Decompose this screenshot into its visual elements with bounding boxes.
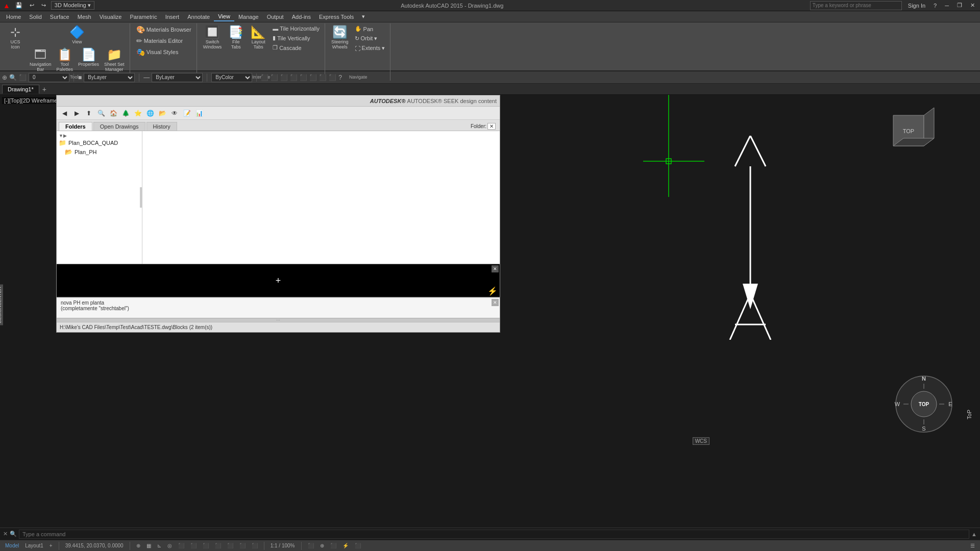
linetype-select[interactable]: ByLayer xyxy=(84,73,135,82)
menu-annotate[interactable]: Annotate xyxy=(183,13,214,21)
layout-tabs-button[interactable]: 📐 LayoutTabs xyxy=(248,24,268,51)
props-icon-6[interactable]: ⬛ xyxy=(280,74,288,81)
dc-tree-button[interactable]: 🌲 xyxy=(120,108,131,118)
menu-insert[interactable]: Insert xyxy=(161,13,184,21)
dc-favorites-button[interactable]: ⭐ xyxy=(132,108,143,118)
design-center-side-tab[interactable]: DESIGNCENTER xyxy=(0,285,3,325)
props-icon-12[interactable]: ? xyxy=(338,74,342,81)
workspace-settings[interactable]: ⊕ xyxy=(318,542,326,549)
dc-content-panel[interactable] xyxy=(142,131,500,264)
dc-forward-button[interactable]: ▶ xyxy=(71,108,82,118)
dc-back-button[interactable]: ◀ xyxy=(59,108,70,118)
menu-home[interactable]: Home xyxy=(2,13,25,21)
file-tabs-button[interactable]: 📑 FileTabs xyxy=(226,24,246,51)
drawing-tab-1[interactable]: Drawing1* xyxy=(2,85,39,94)
close-button[interactable]: ✕ xyxy=(968,2,977,9)
help-button[interactable]: ? xyxy=(932,2,939,9)
dc-load-button[interactable]: 📂 xyxy=(157,108,168,118)
menu-surface[interactable]: Surface xyxy=(46,13,74,21)
ortho-icon[interactable]: ⊾ xyxy=(155,542,163,549)
view-cube-button[interactable]: 🔷 View xyxy=(28,24,127,46)
menu-visualize[interactable]: Visualize xyxy=(95,13,126,21)
quick-access-redo[interactable]: ↪ xyxy=(39,2,48,9)
command-input[interactable] xyxy=(19,530,969,539)
annotation-scale[interactable]: ⬛ xyxy=(306,542,316,549)
menu-output[interactable]: Output xyxy=(263,13,288,21)
snap-mode-icon[interactable]: ⊕ xyxy=(134,542,142,549)
dc-up-button[interactable]: ⬆ xyxy=(83,108,94,118)
color-select[interactable]: ByColor xyxy=(211,73,252,82)
menu-addins[interactable]: Add-ins xyxy=(288,13,315,21)
steering-wheels-button[interactable]: 🔄 SteeringWheels xyxy=(329,24,351,51)
new-layout-tab[interactable]: + xyxy=(47,542,55,549)
dc-tree-expand-all[interactable]: ▶ xyxy=(63,133,67,138)
dc-preview-toggle[interactable]: 👁 xyxy=(169,108,180,118)
pan-button[interactable]: ✋ Pan xyxy=(353,24,387,33)
extents-button[interactable]: ⛶ Extents ▾ xyxy=(353,44,387,53)
menu-mesh[interactable]: Mesh xyxy=(74,13,95,21)
navigation-bar-button[interactable]: 🗔 NavigationBar xyxy=(28,47,54,73)
menu-express-tools[interactable]: Express Tools xyxy=(315,13,358,21)
grid-snap-icon[interactable]: ▦ xyxy=(144,542,153,549)
properties-button[interactable]: 📄 Properties xyxy=(76,47,101,73)
menu-manage[interactable]: Manage xyxy=(234,13,263,21)
dc-desc-toggle[interactable]: 📝 xyxy=(181,108,192,118)
layer-select[interactable]: 0 xyxy=(29,73,69,82)
dc-tab-history[interactable]: History xyxy=(146,122,177,131)
sheet-set-manager-button[interactable]: 📁 Sheet SetManager xyxy=(102,47,127,73)
dc-tree-item-boca-quad[interactable]: 📁 Plan_BOCA_QUAD xyxy=(57,138,142,147)
props-icon-4[interactable]: ⬛ xyxy=(261,74,268,81)
props-icon-8[interactable]: ⬛ xyxy=(300,74,307,81)
menu-parametric[interactable]: Parametric xyxy=(126,13,161,21)
props-icon-11[interactable]: ⬛ xyxy=(329,74,336,81)
materials-browser-button[interactable]: 🎨 Materials Browser xyxy=(134,24,193,35)
app-logo-icon[interactable]: ▲ xyxy=(3,2,10,10)
visual-styles-button[interactable]: 🎭 Visual Styles xyxy=(134,47,193,57)
quick-props-icon[interactable]: ⬛ xyxy=(250,542,260,549)
dc-tree-panel[interactable]: ▼ ▶ 📁 Plan_BOCA_QUAD 📂 Plan_PH xyxy=(57,131,142,264)
lineweight-select[interactable]: ByLayer xyxy=(152,73,203,82)
hardware-accel-icon[interactable]: ⚡ xyxy=(340,542,351,549)
dc-folder-label[interactable]: Folder: ✕ xyxy=(471,123,496,131)
dc-desc-close-button[interactable]: ✕ xyxy=(492,299,499,306)
scale-display[interactable]: 1:1 / 100% xyxy=(268,542,297,549)
quick-access-save[interactable]: 💾 xyxy=(13,2,24,9)
switch-windows-button[interactable]: 🔲 SwitchWindows xyxy=(201,24,224,51)
dc-network-button[interactable]: 🌐 xyxy=(144,108,156,118)
dc-tab-folders[interactable]: Folders xyxy=(59,122,92,131)
customize-icon[interactable]: ☰ xyxy=(968,542,977,549)
menu-view[interactable]: View xyxy=(214,12,234,21)
view-cube[interactable]: TOP xyxy=(878,105,939,166)
lock-icon[interactable]: ⬛ xyxy=(328,542,338,549)
tile-vertically-button[interactable]: ▮ Tile Vertically xyxy=(271,34,322,42)
cmd-expand-icon[interactable]: ▲ xyxy=(971,531,977,537)
dc-tab-open-drawings[interactable]: Open Drawings xyxy=(93,122,145,131)
tile-horizontally-button[interactable]: ▬ Tile Horizontally xyxy=(271,24,322,33)
dc-home-button[interactable]: 🏠 xyxy=(108,108,119,118)
layout1-tab[interactable]: Layout1 xyxy=(23,542,45,549)
compass-rose[interactable]: N S E W TOP xyxy=(893,373,954,435)
dc-views-button[interactable]: 📊 xyxy=(193,108,205,118)
osnap-icon[interactable]: ⬛ xyxy=(176,542,186,549)
wcs-label[interactable]: WCS xyxy=(693,437,709,445)
props-icon-5[interactable]: ⬛ xyxy=(271,74,278,81)
materials-editor-button[interactable]: ✏ Materials Editor xyxy=(134,36,193,46)
lineweight-icon-status[interactable]: ⬛ xyxy=(225,542,235,549)
polar-icon[interactable]: ◎ xyxy=(165,542,174,549)
menu-solid[interactable]: Solid xyxy=(25,13,45,21)
dc-tree-item-ph[interactable]: 📂 Plan_PH xyxy=(57,147,142,157)
tool-palettes-button[interactable]: 📋 ToolPalettes xyxy=(55,47,76,73)
workspace-selector[interactable]: 3D Modeling ▾ xyxy=(51,1,94,10)
cascade-button[interactable]: ❐ Cascade xyxy=(271,43,322,52)
search-input[interactable] xyxy=(810,1,902,10)
menu-more[interactable]: ▾ xyxy=(358,12,369,21)
cmd-close-button[interactable]: ✕ xyxy=(3,531,8,537)
cmd-search-icon[interactable]: 🔍 xyxy=(10,531,17,537)
dc-tree-collapse-all[interactable]: ▼ xyxy=(59,133,63,138)
dc-resize-bar[interactable]: ⋯ xyxy=(57,318,500,322)
ucs-icon-button[interactable]: ⊹ UCSIcon xyxy=(5,24,26,51)
props-icon-10[interactable]: ⬛ xyxy=(319,74,327,81)
model-tab[interactable]: Model xyxy=(3,542,21,549)
dc-search-button[interactable]: 🔍 xyxy=(95,108,107,118)
dyn-icon[interactable]: ⬛ xyxy=(213,542,223,549)
